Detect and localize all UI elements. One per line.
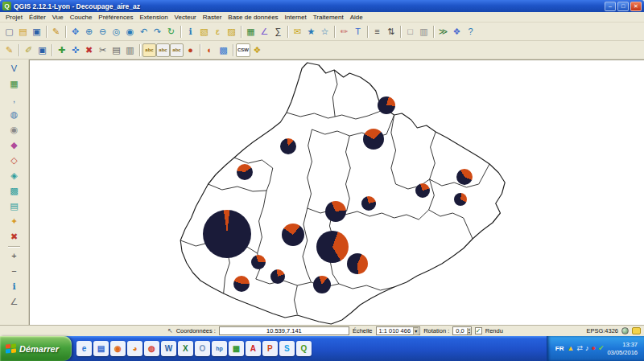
open-project-icon[interactable]: ▤ — [16, 25, 30, 39]
node-tool-icon[interactable]: ✜ — [68, 43, 82, 57]
notepad-icon[interactable]: ▦ — [229, 341, 244, 356]
skype-icon[interactable]: S — [279, 341, 295, 356]
new-shapefile-icon[interactable]: ✦ — [6, 214, 22, 229]
tray-shield-icon[interactable]: ▲ — [568, 345, 575, 352]
hp-icon[interactable]: hp — [212, 341, 227, 356]
layers-icon[interactable]: ≡ — [370, 25, 384, 39]
qgis-icon[interactable]: Q — [296, 341, 312, 356]
language-indicator[interactable]: FR — [555, 345, 564, 352]
firefox-icon[interactable]: ◕ — [127, 341, 142, 356]
menu-item-preferences[interactable]: Préférences — [95, 13, 136, 22]
menu-item-projet[interactable]: Projet — [2, 13, 26, 22]
render-checkbox[interactable]: ✓ — [475, 327, 482, 334]
zoom-out-icon[interactable]: ⊖ — [96, 25, 109, 39]
spin-down-icon[interactable]: ▾ — [469, 331, 470, 334]
add-wms-layer-icon[interactable]: ◈ — [6, 168, 22, 183]
statistics-sum-icon[interactable]: ∑ — [271, 25, 285, 39]
add-raster-layer-icon[interactable]: ▦ — [6, 76, 22, 92]
tray-update-icon[interactable]: ✔ — [598, 345, 605, 352]
add-vector-layer-icon[interactable]: V — [6, 61, 22, 76]
media-player-icon[interactable]: ◉ — [110, 341, 126, 356]
zoom-out-tool-icon[interactable]: − — [6, 264, 22, 279]
rotation-spin-arrows[interactable]: ▴ ▾ — [467, 328, 471, 334]
menu-item-extension[interactable]: Extension — [136, 13, 171, 22]
measure-icon[interactable]: ∠ — [258, 25, 271, 39]
show-desktop-icon[interactable]: ▤ — [93, 341, 109, 356]
attributes-table-icon[interactable]: ▦ — [244, 25, 258, 39]
menu-item-internet[interactable]: Internet — [282, 13, 310, 22]
label-move-icon[interactable]: abc — [156, 43, 170, 57]
epsg-label[interactable]: EPSG:4326 — [586, 327, 618, 334]
rotation-spinbox[interactable]: 0,0 ▴ ▾ — [452, 326, 471, 335]
powerpoint-icon[interactable]: P — [262, 341, 278, 356]
plugins-icon[interactable]: ❖ — [450, 25, 464, 39]
menu-item-traitement[interactable]: Traitement — [310, 13, 347, 22]
log-messages-icon[interactable] — [632, 327, 641, 334]
tray-network-icon[interactable]: ⇄ — [576, 345, 583, 352]
menu-item-vecteur[interactable]: Vecteur — [171, 13, 200, 22]
zoom-full-icon[interactable]: ◉ — [123, 25, 137, 39]
measure-tool-icon[interactable]: ∠ — [6, 294, 22, 310]
menu-item-editer[interactable]: Éditer — [26, 13, 49, 22]
tray-antivirus-icon[interactable]: ● — [591, 345, 595, 352]
refresh-icon[interactable]: ↻ — [164, 25, 178, 39]
crs-globe-icon[interactable] — [621, 327, 629, 334]
zoom-last-icon[interactable]: ↶ — [137, 25, 151, 39]
scale-combo[interactable]: 1:1 010 466 ▾ — [376, 326, 421, 335]
diagram-icon[interactable]: ◐ — [203, 43, 217, 57]
select-expression-icon[interactable]: ε — [211, 25, 225, 39]
style-manager-icon[interactable]: ✎ — [49, 25, 63, 39]
layer-order-icon[interactable]: ⇅ — [384, 25, 398, 39]
text-annotation-icon[interactable]: T — [351, 25, 365, 39]
new-composer-icon[interactable]: □ — [403, 25, 417, 39]
delete-selected-icon[interactable]: ✖ — [82, 43, 96, 57]
menu-item-aide[interactable]: Aide — [347, 13, 366, 22]
maximize-button[interactable]: □ — [617, 2, 629, 11]
label-rotate-icon[interactable]: abc — [170, 43, 184, 57]
add-wcs-layer-icon[interactable]: ▩ — [6, 183, 22, 199]
add-postgis-layer-icon[interactable]: ◍ — [6, 107, 22, 122]
save-project-icon[interactable]: ▣ — [30, 25, 43, 39]
add-wfs-layer-icon[interactable]: ▤ — [6, 199, 22, 214]
menu-item-couche[interactable]: Couche — [67, 13, 96, 22]
zoom-in-icon[interactable]: ⊕ — [82, 25, 96, 39]
zoom-next-icon[interactable]: ↷ — [151, 25, 164, 39]
tray-volume-icon[interactable]: ♪ — [585, 345, 589, 352]
word-icon[interactable]: W — [161, 341, 176, 356]
add-spatialite-layer-icon[interactable]: ◉ — [6, 122, 22, 137]
python-console-icon[interactable]: ≫ — [436, 25, 450, 39]
new-project-icon[interactable]: ▢ — [2, 25, 16, 39]
show-bookmarks-icon[interactable]: ☆ — [318, 25, 332, 39]
label-pin-icon[interactable]: ● — [184, 43, 197, 57]
close-button[interactable]: ✕ — [630, 2, 642, 11]
deselect-icon[interactable]: ▨ — [225, 25, 238, 39]
menu-item-raster[interactable]: Raster — [200, 13, 225, 22]
ie-icon[interactable]: e — [76, 341, 92, 356]
composer-manager-icon[interactable]: ▥ — [417, 25, 431, 39]
zoom-actual-icon[interactable]: ◎ — [109, 25, 123, 39]
identify-tool-icon[interactable]: ℹ — [6, 279, 22, 294]
toggle-editing-icon[interactable]: ✐ — [22, 43, 35, 57]
decorations-icon[interactable]: ▩ — [217, 43, 230, 57]
annotation-icon[interactable]: ✏ — [337, 25, 351, 39]
help-icon[interactable]: ? — [464, 25, 477, 39]
identify-icon[interactable]: ℹ — [184, 25, 197, 39]
paste-features-icon[interactable]: ▥ — [123, 43, 137, 57]
menu-item-base-de-donnees[interactable]: Base de données — [225, 13, 281, 22]
minimize-button[interactable]: – — [605, 2, 616, 11]
metasearch-icon[interactable]: ❖ — [250, 43, 264, 57]
labeling-icon[interactable]: abc — [142, 43, 156, 57]
coordinates-input[interactable] — [219, 326, 349, 335]
menu-item-vue[interactable]: Vue — [49, 13, 67, 22]
select-rectangle-icon[interactable]: ▧ — [197, 25, 211, 39]
copy-features-icon[interactable]: ▤ — [109, 43, 123, 57]
add-mssql-layer-icon[interactable]: ◆ — [6, 137, 22, 153]
add-delimited-text-icon[interactable]: , — [6, 92, 22, 107]
chrome-icon[interactable]: ◍ — [144, 341, 159, 356]
cut-features-icon[interactable]: ✂ — [96, 43, 109, 57]
zoom-in-tool-icon[interactable]: + — [6, 248, 22, 264]
add-feature-icon[interactable]: ✚ — [55, 43, 68, 57]
map-tips-icon[interactable]: ✉ — [291, 25, 304, 39]
coordinates-label[interactable]: Coordonnées : — [176, 327, 216, 334]
pan-map-icon[interactable]: ✥ — [68, 25, 82, 39]
